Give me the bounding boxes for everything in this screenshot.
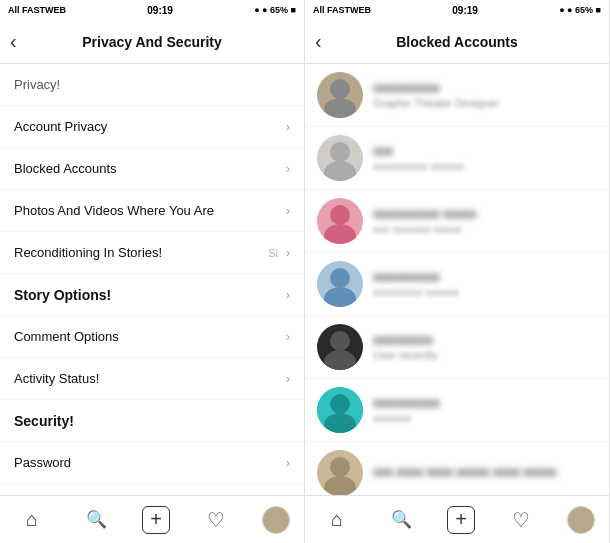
blocked-info-5: xxxxxxxxx User recently xyxy=(373,333,597,361)
blocked-info-4: xxxxxxxxxx xxxxxxxxx xxxxxx xyxy=(373,270,597,298)
nav-profile-right[interactable] xyxy=(567,506,595,534)
left-panel-title: Privacy And Security xyxy=(82,34,222,50)
chevron-reconditioning: › xyxy=(286,246,290,260)
back-button-left[interactable]: ‹ xyxy=(10,30,17,53)
blocked-accounts-list: xxxxxxxxxx Graphic Theater Designer xxx … xyxy=(305,64,609,495)
status-bar-right: All FASTWEB 09:19 ● ● 65% ■ xyxy=(305,0,609,20)
blocked-info-6: xxxxxxxxxx xxxxxxx xyxy=(373,396,597,424)
time-left: 09:19 xyxy=(147,5,173,16)
blocked-avatar-1 xyxy=(317,72,363,118)
chevron-blocked: › xyxy=(286,162,290,176)
nav-add-right[interactable]: + xyxy=(447,506,475,534)
blocked-info-3: xxxxxxxxxx xxxxx xxx xxxxxxx xxxxx xyxy=(373,207,597,235)
svg-point-1 xyxy=(324,98,356,118)
blocked-accounts-label: Blocked Accounts xyxy=(14,161,117,176)
svg-point-11 xyxy=(330,394,350,414)
blocked-username-4: xxxxxxxxxx xyxy=(373,270,597,284)
menu-item-story-options[interactable]: Story Options! › xyxy=(0,274,304,316)
blocked-username-6: xxxxxxxxxx xyxy=(373,396,597,410)
password-label: Password xyxy=(14,455,71,470)
time-right: 09:19 xyxy=(452,5,478,16)
blocked-avatar-7 xyxy=(317,450,363,495)
chevron-password: › xyxy=(286,456,290,470)
photos-videos-label: Photos And Videos Where You Are xyxy=(14,203,214,218)
bottom-nav-left: ⌂ 🔍 + ♡ xyxy=(0,495,304,543)
activity-status-label: Activity Status! xyxy=(14,371,99,386)
nav-profile-left[interactable] xyxy=(262,506,290,534)
menu-item-privacy-section: Privacy! xyxy=(0,64,304,106)
back-button-right[interactable]: ‹ xyxy=(315,30,322,53)
svg-point-7 xyxy=(324,287,356,307)
svg-point-3 xyxy=(324,161,356,181)
nav-add-left[interactable]: + xyxy=(142,506,170,534)
right-header: ‹ Blocked Accounts xyxy=(305,20,609,64)
blocked-info-1: xxxxxxxxxx Graphic Theater Designer xyxy=(373,81,597,109)
status-bar-left: All FASTWEB 09:19 ● ● 65% ■ xyxy=(0,0,304,20)
blocked-name-3: xxx xxxxxxx xxxxx xyxy=(373,223,597,235)
svg-point-2 xyxy=(330,142,350,162)
menu-item-activity-status[interactable]: Activity Status! › xyxy=(0,358,304,400)
svg-point-8 xyxy=(330,331,350,351)
blocked-item-2[interactable]: xxx xxxxxxxxxx xxxxxx xyxy=(305,127,609,190)
right-panel-title: Blocked Accounts xyxy=(396,34,518,50)
blocked-avatar-4 xyxy=(317,261,363,307)
blocked-item-1[interactable]: xxxxxxxxxx Graphic Theater Designer xyxy=(305,64,609,127)
menu-item-photos-videos[interactable]: Photos And Videos Where You Are › xyxy=(0,190,304,232)
svg-point-13 xyxy=(330,457,350,477)
blocked-item-5[interactable]: xxxxxxxxx User recently xyxy=(305,316,609,379)
svg-point-14 xyxy=(324,476,356,495)
left-header: ‹ Privacy And Security xyxy=(0,20,304,64)
blocked-username-1: xxxxxxxxxx xyxy=(373,81,597,95)
carrier-right: All FASTWEB xyxy=(313,5,371,15)
nav-home-left[interactable]: ⌂ xyxy=(14,502,50,538)
nav-search-left[interactable]: 🔍 xyxy=(78,502,114,538)
menu-item-reconditioning[interactable]: Reconditioning In Stories! Si › xyxy=(0,232,304,274)
blocked-username-7: xxx xxxx xxxx xxxxx xxxx xxxxx xyxy=(373,465,597,479)
blocked-avatar-6 xyxy=(317,387,363,433)
blocked-avatar-3 xyxy=(317,198,363,244)
security-section-label: Security! xyxy=(14,413,74,429)
menu-item-comment-options[interactable]: Comment Options › xyxy=(0,316,304,358)
blocked-name-4: xxxxxxxxx xxxxxx xyxy=(373,286,597,298)
blocked-item-6[interactable]: xxxxxxxxxx xxxxxxx xyxy=(305,379,609,442)
blocked-username-5: xxxxxxxxx xyxy=(373,333,597,347)
nav-search-right[interactable]: 🔍 xyxy=(383,502,419,538)
blocked-name-5: User recently xyxy=(373,349,597,361)
blocked-info-2: xxx xxxxxxxxxx xxxxxx xyxy=(373,144,597,172)
nav-heart-right[interactable]: ♡ xyxy=(503,502,539,538)
nav-heart-left[interactable]: ♡ xyxy=(198,502,234,538)
menu-item-account-privacy[interactable]: Account Privacy › xyxy=(0,106,304,148)
menu-item-saved-login[interactable]: Saved Login Information › xyxy=(0,484,304,495)
blocked-item-7[interactable]: xxx xxxx xxxx xxxxx xxxx xxxxx xyxy=(305,442,609,495)
nav-home-right[interactable]: ⌂ xyxy=(319,502,355,538)
chevron-photos: › xyxy=(286,204,290,218)
blocked-username-2: xxx xyxy=(373,144,597,158)
menu-list: Privacy! Account Privacy › Blocked Accou… xyxy=(0,64,304,495)
menu-item-password[interactable]: Password › xyxy=(0,442,304,484)
blocked-avatar-5 xyxy=(317,324,363,370)
blocked-name-2: xxxxxxxxxx xxxxxx xyxy=(373,160,597,172)
chevron-comment: › xyxy=(286,330,290,344)
svg-point-6 xyxy=(330,268,350,288)
privacy-section-label: Privacy! xyxy=(14,77,60,92)
chevron-activity: › xyxy=(286,372,290,386)
blocked-avatar-2 xyxy=(317,135,363,181)
blocked-name-1: Graphic Theater Designer xyxy=(373,97,597,109)
menu-item-security-section: Security! xyxy=(0,400,304,442)
story-options-label: Story Options! xyxy=(14,287,111,303)
menu-item-blocked-accounts[interactable]: Blocked Accounts › xyxy=(0,148,304,190)
carrier-left: All FASTWEB xyxy=(8,5,66,15)
blocked-username-3: xxxxxxxxxx xxxxx xyxy=(373,207,597,221)
right-panel: All FASTWEB 09:19 ● ● 65% ■ ‹ Blocked Ac… xyxy=(305,0,610,543)
blocked-name-6: xxxxxxx xyxy=(373,412,597,424)
blocked-item-4[interactable]: xxxxxxxxxx xxxxxxxxx xxxxxx xyxy=(305,253,609,316)
bottom-nav-right: ⌂ 🔍 + ♡ xyxy=(305,495,609,543)
svg-point-9 xyxy=(324,350,356,370)
account-privacy-label: Account Privacy xyxy=(14,119,107,134)
icons-right: ● ● 65% ■ xyxy=(559,5,601,15)
comment-options-label: Comment Options xyxy=(14,329,119,344)
svg-point-4 xyxy=(330,205,350,225)
icons-left: ● ● 65% ■ xyxy=(254,5,296,15)
blocked-item-3[interactable]: xxxxxxxxxx xxxxx xxx xxxxxxx xxxxx xyxy=(305,190,609,253)
left-panel: All FASTWEB 09:19 ● ● 65% ■ ‹ Privacy An… xyxy=(0,0,305,543)
